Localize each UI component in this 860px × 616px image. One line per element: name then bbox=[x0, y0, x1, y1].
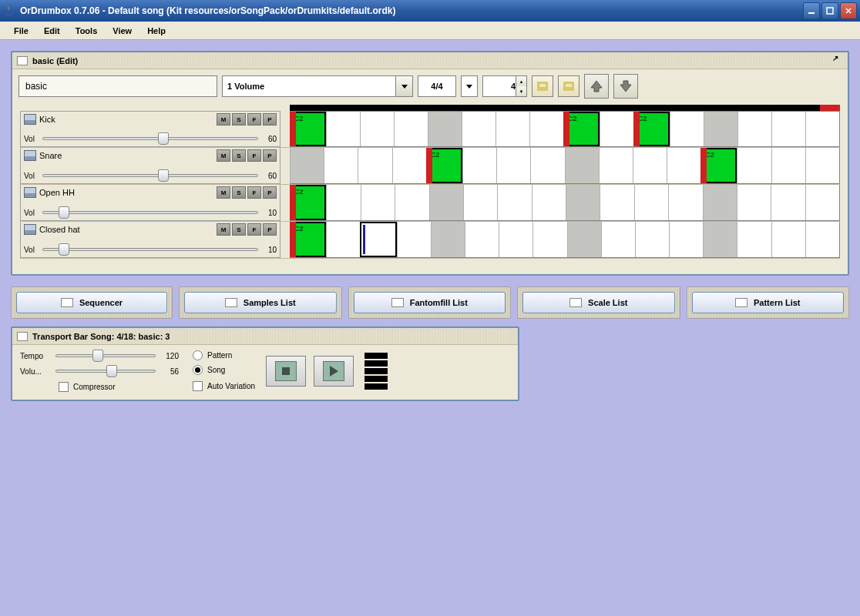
param-dropdown[interactable]: 1 Volume bbox=[222, 75, 413, 97]
spinner-up[interactable]: ▲ bbox=[516, 76, 526, 86]
mode-song-radio[interactable] bbox=[193, 365, 203, 375]
step-cell[interactable] bbox=[771, 222, 805, 257]
step-cell[interactable]: C2 bbox=[633, 112, 670, 146]
step-cell[interactable] bbox=[633, 148, 667, 183]
step-cell[interactable] bbox=[703, 185, 737, 220]
disk-icon[interactable] bbox=[24, 224, 36, 235]
track-m-button[interactable]: M bbox=[217, 113, 230, 126]
dropdown-button[interactable] bbox=[395, 76, 412, 96]
track-volume-slider[interactable] bbox=[42, 206, 258, 219]
spinner-down[interactable]: ▼ bbox=[516, 86, 526, 96]
autovar-checkbox[interactable] bbox=[193, 381, 203, 391]
track-s-button[interactable]: S bbox=[232, 186, 246, 199]
tab-fantomfill-list[interactable]: Fantomfill List bbox=[354, 292, 506, 313]
step-cell[interactable] bbox=[601, 222, 635, 257]
step-cell[interactable] bbox=[771, 185, 805, 220]
step-cell[interactable] bbox=[704, 112, 737, 146]
track-m-button[interactable]: M bbox=[217, 149, 230, 162]
step-cell[interactable] bbox=[497, 185, 531, 220]
toolbar-button-2[interactable] bbox=[558, 75, 579, 97]
step-cell[interactable] bbox=[361, 185, 395, 220]
step-cell[interactable] bbox=[465, 222, 499, 257]
step-cell[interactable] bbox=[670, 112, 704, 146]
step-cell[interactable] bbox=[600, 112, 633, 146]
step-cell[interactable] bbox=[462, 112, 496, 146]
track-f-button[interactable]: F bbox=[247, 149, 261, 162]
step-cell[interactable] bbox=[805, 185, 839, 220]
play-button[interactable] bbox=[314, 356, 354, 387]
step-cell[interactable] bbox=[395, 185, 428, 220]
step-cell[interactable] bbox=[805, 112, 839, 146]
track-s-button[interactable]: S bbox=[232, 149, 246, 162]
track-f-button[interactable]: F bbox=[247, 223, 261, 236]
step-cell[interactable] bbox=[394, 112, 428, 146]
steps-spinner[interactable]: 4 ▲▼ bbox=[482, 75, 527, 97]
step-cell[interactable] bbox=[737, 222, 771, 257]
move-down-button[interactable] bbox=[613, 74, 638, 99]
step-cell[interactable] bbox=[737, 148, 771, 183]
track-p-button[interactable]: P bbox=[263, 149, 277, 162]
step-cell[interactable] bbox=[703, 222, 737, 257]
step-cell[interactable] bbox=[326, 222, 360, 257]
step-cell[interactable] bbox=[496, 112, 529, 146]
step-cell[interactable] bbox=[530, 148, 564, 183]
compressor-checkbox[interactable] bbox=[59, 382, 69, 392]
move-up-button[interactable] bbox=[584, 74, 609, 99]
tab-scale-list[interactable]: Scale List bbox=[522, 292, 675, 313]
step-cell[interactable]: C2 bbox=[290, 222, 326, 257]
window-close-button[interactable] bbox=[840, 2, 857, 19]
step-cell[interactable] bbox=[532, 222, 566, 257]
stop-button[interactable] bbox=[266, 356, 306, 387]
step-cell[interactable] bbox=[635, 222, 669, 257]
tempo-slider[interactable] bbox=[55, 350, 156, 362]
step-cell[interactable] bbox=[496, 148, 530, 183]
timesig-dropdown[interactable]: 4/4 bbox=[418, 75, 456, 97]
menu-file[interactable]: File bbox=[6, 24, 36, 38]
step-cell[interactable] bbox=[360, 222, 396, 257]
step-cell[interactable] bbox=[565, 148, 599, 183]
step-cell[interactable] bbox=[634, 185, 668, 220]
track-p-button[interactable]: P bbox=[263, 223, 277, 236]
step-cell[interactable] bbox=[462, 148, 496, 183]
tab-samples-list[interactable]: Samples List bbox=[184, 292, 337, 313]
track-volume-slider[interactable] bbox=[42, 169, 258, 182]
step-cell[interactable] bbox=[668, 185, 702, 220]
mode-pattern-radio[interactable] bbox=[193, 350, 203, 360]
track-s-button[interactable]: S bbox=[232, 223, 246, 236]
disk-icon[interactable] bbox=[24, 114, 36, 125]
step-cell[interactable] bbox=[429, 185, 463, 220]
step-cell[interactable]: C2 bbox=[290, 112, 326, 146]
menu-help[interactable]: Help bbox=[139, 24, 173, 38]
step-cell[interactable] bbox=[669, 222, 703, 257]
step-cell[interactable] bbox=[600, 185, 633, 220]
window-maximize-button[interactable] bbox=[821, 2, 838, 19]
menu-view[interactable]: View bbox=[105, 24, 139, 38]
step-cell[interactable]: C2 bbox=[426, 148, 462, 183]
step-cell[interactable] bbox=[599, 148, 633, 183]
step-cell[interactable] bbox=[392, 148, 426, 183]
step-cell[interactable] bbox=[428, 112, 462, 146]
step-cell[interactable] bbox=[358, 148, 391, 183]
step-cell[interactable] bbox=[324, 148, 358, 183]
track-f-button[interactable]: F bbox=[247, 186, 261, 199]
step-cell[interactable] bbox=[529, 112, 563, 146]
step-cell[interactable] bbox=[737, 112, 771, 146]
step-cell[interactable] bbox=[567, 222, 601, 257]
step-cell[interactable]: C2 bbox=[563, 112, 600, 146]
track-p-button[interactable]: P bbox=[263, 186, 277, 199]
step-cell[interactable] bbox=[499, 222, 532, 257]
step-cell[interactable] bbox=[360, 112, 394, 146]
menu-edit[interactable]: Edit bbox=[36, 24, 68, 38]
pattern-name-input[interactable] bbox=[18, 75, 217, 97]
step-cell[interactable] bbox=[805, 148, 839, 183]
track-s-button[interactable]: S bbox=[232, 113, 246, 126]
menu-tools[interactable]: Tools bbox=[68, 24, 106, 38]
timesig-dropdown-button[interactable] bbox=[461, 75, 478, 97]
master-volume-slider[interactable] bbox=[55, 365, 156, 377]
track-p-button[interactable]: P bbox=[263, 113, 277, 126]
step-cell[interactable] bbox=[667, 148, 700, 183]
disk-icon[interactable] bbox=[24, 187, 36, 198]
panel-maximize-button[interactable]: ↗ bbox=[832, 54, 845, 66]
step-cell[interactable] bbox=[290, 148, 324, 183]
window-minimize-button[interactable] bbox=[803, 2, 820, 19]
